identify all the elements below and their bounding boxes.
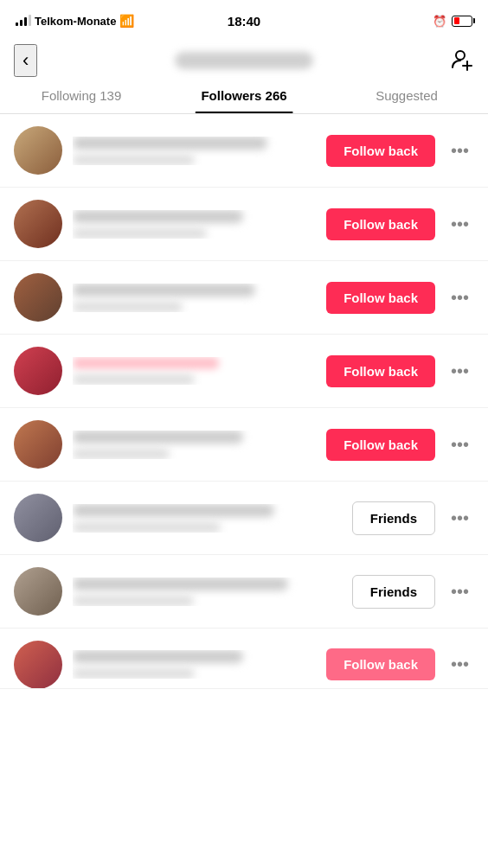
more-options-button[interactable]: ••• bbox=[446, 137, 474, 164]
battery-icon bbox=[452, 16, 472, 27]
avatar[interactable] bbox=[14, 347, 62, 395]
svg-point-0 bbox=[456, 51, 465, 60]
user-name bbox=[73, 210, 243, 223]
avatar[interactable] bbox=[14, 126, 62, 175]
user-name bbox=[73, 650, 243, 663]
friends-button[interactable]: Friends bbox=[352, 575, 435, 609]
more-options-button[interactable]: ••• bbox=[446, 431, 474, 458]
user-handle bbox=[73, 449, 170, 459]
user-name bbox=[73, 431, 243, 444]
header-title bbox=[175, 52, 313, 69]
user-name bbox=[73, 504, 274, 517]
list-item: Follow back ••• bbox=[0, 408, 488, 482]
more-options-button[interactable]: ••• bbox=[446, 505, 474, 532]
follow-back-button[interactable]: Follow back bbox=[326, 355, 435, 387]
user-handle bbox=[73, 522, 221, 533]
user-handle bbox=[73, 374, 195, 385]
list-item: Friends ••• bbox=[0, 482, 488, 555]
user-info bbox=[73, 284, 316, 312]
status-bar: Telkom-Monate 📶 18:40 ⏰ bbox=[0, 0, 488, 38]
status-right: ⏰ bbox=[433, 15, 472, 28]
more-options-button[interactable]: ••• bbox=[446, 358, 474, 385]
list-item: Follow back ••• bbox=[0, 114, 488, 188]
user-name bbox=[73, 284, 255, 297]
follow-back-button[interactable]: Follow back bbox=[326, 135, 435, 167]
status-left: Telkom-Monate 📶 bbox=[16, 14, 134, 28]
user-info bbox=[73, 578, 342, 606]
user-info bbox=[73, 137, 316, 165]
user-handle bbox=[73, 155, 195, 165]
list-item: Follow back ••• bbox=[0, 261, 488, 335]
avatar[interactable] bbox=[14, 200, 62, 248]
tabs: Following 139 Followers 266 Suggested bbox=[0, 80, 488, 114]
alarm-icon: ⏰ bbox=[433, 15, 446, 28]
header: ‹ bbox=[0, 38, 488, 80]
avatar[interactable] bbox=[14, 420, 62, 469]
user-info bbox=[73, 357, 316, 385]
avatar[interactable] bbox=[14, 494, 62, 542]
back-button[interactable]: ‹ bbox=[14, 44, 37, 77]
user-handle bbox=[73, 596, 194, 606]
user-list: Follow back ••• Follow back ••• Follow b… bbox=[0, 114, 488, 689]
more-options-button[interactable]: ••• bbox=[446, 284, 474, 311]
user-handle bbox=[73, 228, 207, 239]
list-item: Follow back ••• bbox=[0, 188, 488, 261]
user-info bbox=[73, 650, 316, 679]
add-user-icon bbox=[450, 47, 474, 71]
friends-button[interactable]: Friends bbox=[352, 501, 435, 535]
follow-back-button[interactable]: Follow back bbox=[326, 282, 435, 314]
list-item: Follow back ••• bbox=[0, 629, 488, 689]
tab-following[interactable]: Following 139 bbox=[0, 80, 163, 113]
follow-back-button[interactable]: Follow back bbox=[326, 208, 435, 240]
tab-followers[interactable]: Followers 266 bbox=[163, 80, 325, 113]
time-label: 18:40 bbox=[228, 14, 260, 29]
user-handle bbox=[73, 668, 195, 679]
avatar[interactable] bbox=[14, 273, 62, 322]
signal-bars-icon bbox=[16, 16, 31, 26]
tab-suggested[interactable]: Suggested bbox=[325, 80, 488, 113]
more-options-button[interactable]: ••• bbox=[446, 211, 474, 238]
user-handle bbox=[73, 302, 183, 312]
follow-back-button[interactable]: Follow back bbox=[326, 648, 435, 680]
list-item: Friends ••• bbox=[0, 555, 488, 629]
list-item: Follow back ••• bbox=[0, 335, 488, 408]
more-options-button[interactable]: ••• bbox=[446, 578, 474, 605]
user-info bbox=[73, 431, 316, 459]
user-info bbox=[73, 504, 342, 533]
more-options-button[interactable]: ••• bbox=[446, 651, 474, 678]
user-name bbox=[73, 578, 288, 590]
user-info bbox=[73, 210, 316, 239]
wifi-icon: 📶 bbox=[119, 14, 134, 28]
user-name bbox=[73, 137, 267, 150]
follow-back-button[interactable]: Follow back bbox=[326, 429, 435, 461]
add-user-button[interactable] bbox=[450, 47, 474, 75]
avatar[interactable] bbox=[14, 641, 62, 689]
avatar[interactable] bbox=[14, 567, 62, 616]
user-name bbox=[73, 357, 219, 369]
carrier-label: Telkom-Monate bbox=[35, 15, 116, 28]
